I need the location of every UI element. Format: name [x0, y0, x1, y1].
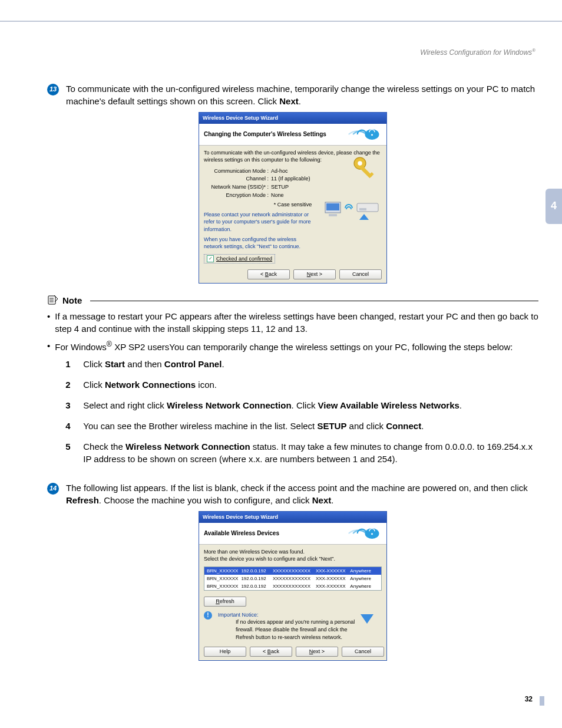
dialog1-titlebar: Wireless Device Setup Wizard [199, 113, 386, 124]
svg-rect-10 [359, 208, 366, 210]
svg-point-1 [371, 134, 373, 136]
dialog1-heading: Changing the Computer's Wireless Setting… [204, 130, 326, 139]
svg-point-16 [371, 533, 373, 535]
page-header: Wireless Configuration for Windows® [420, 47, 535, 58]
step-13: 13 To communicate with the un-configured… [47, 83, 538, 107]
substep-4: 4 You can see the Brother wireless machi… [65, 420, 538, 432]
table-row[interactable]: BRN_XXXXXX192.0.0.192XXXXXXXXXXXXXXX-XXX… [204, 575, 381, 582]
chapter-tab: 4 [546, 189, 562, 224]
connection-graphic [323, 197, 382, 221]
page-number: 32 [525, 694, 533, 704]
device-table[interactable]: BRN_XXXXXX192.0.0.192XXXXXXXXXXXXXXX-XXX… [204, 566, 382, 591]
dialog-available-devices: Wireless Device Setup Wizard Available W… [199, 511, 387, 661]
header-text: Wireless Configuration for Windows [420, 48, 532, 57]
substep-1: 1 Click Start and then Control Panel. [65, 358, 538, 370]
step-badge-14: 14 [47, 483, 59, 495]
help-button[interactable]: Help [204, 647, 246, 657]
wifi-logo-icon [346, 526, 382, 541]
cancel-button[interactable]: Cancel [342, 647, 384, 657]
key-icon [351, 154, 381, 184]
svg-rect-8 [329, 214, 337, 216]
checkbox-icon: ✓ [207, 255, 214, 262]
wifi-logo-icon [346, 127, 382, 141]
note-icon [47, 294, 59, 306]
next-button[interactable]: Next > [296, 647, 338, 657]
step-13-text: To communicate with the un-configured wi… [66, 83, 538, 107]
note-item-2: • For Windows® XP SP2 usersYou can tempo… [47, 340, 538, 473]
note-title: Note [62, 294, 82, 307]
step-14-text: The following list appears. If the list … [66, 482, 538, 506]
back-button[interactable]: < Back [250, 647, 292, 657]
checked-confirmed-checkbox[interactable]: ✓ Checked and confirmed [204, 254, 275, 264]
registered-mark: ® [532, 48, 535, 53]
top-rule [0, 21, 562, 22]
info-icon: ! [204, 611, 212, 620]
note-section: Note • If a message to restart your PC a… [47, 294, 538, 473]
table-row[interactable]: BRN_XXXXXX192.0.0.192XXXXXXXXXXXXXXX-XXX… [204, 567, 381, 575]
note-item-1: • If a message to restart your PC appear… [47, 310, 538, 335]
dialog2-titlebar: Wireless Device Setup Wizard [199, 512, 386, 523]
back-button[interactable]: < Back [247, 269, 290, 279]
step-badge-13: 13 [47, 84, 59, 95]
svg-point-3 [358, 161, 362, 166]
substep-2: 2 Click Network Connections icon. [65, 378, 538, 391]
page-number-bar [540, 696, 544, 706]
next-button[interactable]: Next > [293, 269, 336, 279]
cancel-button[interactable]: Cancel [339, 269, 382, 279]
refresh-button[interactable]: Refresh [204, 597, 246, 607]
step-14: 14 The following list appears. If the li… [47, 482, 538, 506]
table-row[interactable]: BRN_XXXXXX192.0.0.192XXXXXXXXXXXXXXX-XXX… [204, 582, 381, 590]
substep-5: 5 Check the Wireless Network Connection … [65, 440, 538, 465]
svg-rect-7 [326, 203, 339, 210]
dialog-changing-wireless: Wireless Device Setup Wizard Changing th… [199, 112, 387, 284]
arrow-graphic [358, 604, 376, 627]
dialog2-heading: Available Wireless Devices [204, 529, 279, 538]
substep-3: 3 Select and right click Wireless Networ… [65, 399, 538, 411]
